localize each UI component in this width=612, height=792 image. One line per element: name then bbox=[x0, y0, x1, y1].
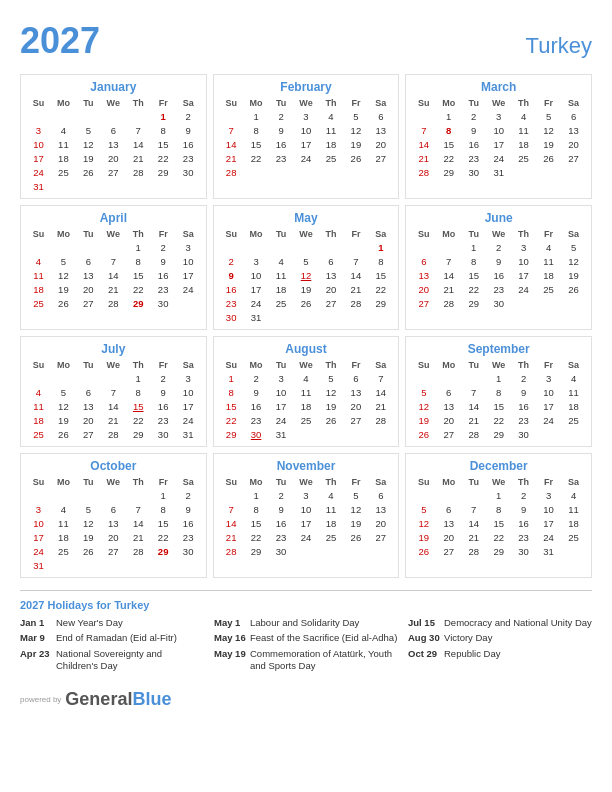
calendar-day: 28 bbox=[101, 296, 126, 310]
calendar-day bbox=[536, 165, 561, 179]
weekday-header: Th bbox=[126, 359, 151, 371]
calendar-day: 28 bbox=[368, 413, 393, 427]
weekday-header: Th bbox=[511, 476, 536, 488]
weekday-header: Fr bbox=[151, 97, 176, 109]
calendar-day: 27 bbox=[561, 151, 586, 165]
calendar-day: 24 bbox=[294, 151, 319, 165]
calendar-day bbox=[51, 558, 76, 572]
calendar-day: 7 bbox=[461, 502, 486, 516]
calendar-day: 31 bbox=[176, 427, 201, 441]
calendar-day: 29 bbox=[126, 296, 151, 310]
calendar-day: 19 bbox=[318, 399, 343, 413]
calendar-day: 11 bbox=[536, 254, 561, 268]
calendar-day: 27 bbox=[368, 530, 393, 544]
calendar-day: 13 bbox=[101, 516, 126, 530]
holiday-entry: Oct 29Republic Day bbox=[408, 648, 592, 660]
calendar-day bbox=[101, 558, 126, 572]
calendar-day bbox=[368, 310, 393, 324]
calendar-day: 14 bbox=[126, 516, 151, 530]
month-name: September bbox=[411, 342, 586, 356]
month-block-july: JulySuMoTuWeThFrSa1234567891011121314151… bbox=[20, 336, 207, 447]
calendar-day bbox=[294, 427, 319, 441]
calendar-day: 16 bbox=[511, 399, 536, 413]
weekday-header: We bbox=[101, 97, 126, 109]
calendar-day: 23 bbox=[269, 530, 294, 544]
calendar-day: 20 bbox=[436, 530, 461, 544]
calendar-day: 3 bbox=[536, 371, 561, 385]
holiday-date: Apr 23 bbox=[20, 648, 52, 659]
weekday-header: Th bbox=[126, 228, 151, 240]
calendar-day: 2 bbox=[151, 240, 176, 254]
calendar-day: 13 bbox=[101, 137, 126, 151]
calendar-day: 18 bbox=[26, 413, 51, 427]
calendar-day: 29 bbox=[486, 544, 511, 558]
calendar-day: 26 bbox=[411, 427, 436, 441]
calendar-day bbox=[436, 240, 461, 254]
calendar-day: 26 bbox=[76, 165, 101, 179]
month-name: July bbox=[26, 342, 201, 356]
calendar-day: 18 bbox=[26, 282, 51, 296]
calendar-day bbox=[76, 179, 101, 193]
calendar-day: 23 bbox=[151, 413, 176, 427]
holiday-date: Mar 9 bbox=[20, 632, 52, 643]
calendar-day: 25 bbox=[318, 530, 343, 544]
calendar-day: 22 bbox=[436, 151, 461, 165]
month-name: May bbox=[219, 211, 394, 225]
calendar-day: 9 bbox=[511, 385, 536, 399]
calendar-day: 9 bbox=[151, 385, 176, 399]
month-block-december: DecemberSuMoTuWeThFrSa123456789101112131… bbox=[405, 453, 592, 578]
calendar-day: 17 bbox=[269, 399, 294, 413]
holiday-entry: May 19Commemoration of Atatürk, Youth an… bbox=[214, 648, 398, 673]
calendar-day: 18 bbox=[536, 268, 561, 282]
month-name: February bbox=[219, 80, 394, 94]
calendar-day: 10 bbox=[536, 385, 561, 399]
calendar-day bbox=[151, 558, 176, 572]
calendar-day: 17 bbox=[26, 530, 51, 544]
calendar-day: 4 bbox=[51, 502, 76, 516]
calendar-day: 13 bbox=[411, 268, 436, 282]
calendar-day bbox=[411, 371, 436, 385]
calendar-day: 17 bbox=[244, 282, 269, 296]
calendar-day: 19 bbox=[411, 413, 436, 427]
calendar-day: 19 bbox=[411, 530, 436, 544]
holiday-date: Jul 15 bbox=[408, 617, 440, 628]
calendar-day: 31 bbox=[486, 165, 511, 179]
calendar-day bbox=[436, 371, 461, 385]
calendar-day bbox=[318, 165, 343, 179]
month-block-may: MaySuMoTuWeThFrSa12345678910111213141516… bbox=[213, 205, 400, 330]
calendar-day: 23 bbox=[269, 151, 294, 165]
calendar-day: 21 bbox=[101, 413, 126, 427]
weekday-header: Th bbox=[318, 359, 343, 371]
weekday-header: Th bbox=[318, 228, 343, 240]
calendar-day bbox=[294, 240, 319, 254]
calendar-day: 17 bbox=[511, 268, 536, 282]
calendar-day: 1 bbox=[461, 240, 486, 254]
calendar-day: 29 bbox=[244, 544, 269, 558]
calendar-day: 6 bbox=[411, 254, 436, 268]
calendar-day bbox=[343, 240, 368, 254]
calendar-day: 13 bbox=[76, 268, 101, 282]
weekday-header: Sa bbox=[561, 97, 586, 109]
calendar-day bbox=[561, 544, 586, 558]
weekday-header: Tu bbox=[269, 476, 294, 488]
calendar-day: 19 bbox=[76, 530, 101, 544]
month-block-november: NovemberSuMoTuWeThFrSa123456789101112131… bbox=[213, 453, 400, 578]
calendar-day bbox=[436, 488, 461, 502]
calendar-day: 11 bbox=[26, 268, 51, 282]
calendar-day: 23 bbox=[511, 530, 536, 544]
calendar-day: 24 bbox=[269, 413, 294, 427]
weekday-header: Sa bbox=[368, 97, 393, 109]
calendar-day: 7 bbox=[219, 123, 244, 137]
calendar-day: 11 bbox=[51, 137, 76, 151]
weekday-header: Fr bbox=[343, 476, 368, 488]
calendar-day: 1 bbox=[151, 488, 176, 502]
calendar-day: 6 bbox=[368, 488, 393, 502]
calendar-day: 12 bbox=[343, 123, 368, 137]
holiday-name: End of Ramadan (Eid al-Fitr) bbox=[56, 632, 177, 644]
calendar-day: 11 bbox=[511, 123, 536, 137]
calendar-day: 2 bbox=[151, 371, 176, 385]
calendar-day: 13 bbox=[76, 399, 101, 413]
calendar-day: 9 bbox=[244, 385, 269, 399]
calendar-day bbox=[126, 558, 151, 572]
calendar-day: 4 bbox=[511, 109, 536, 123]
